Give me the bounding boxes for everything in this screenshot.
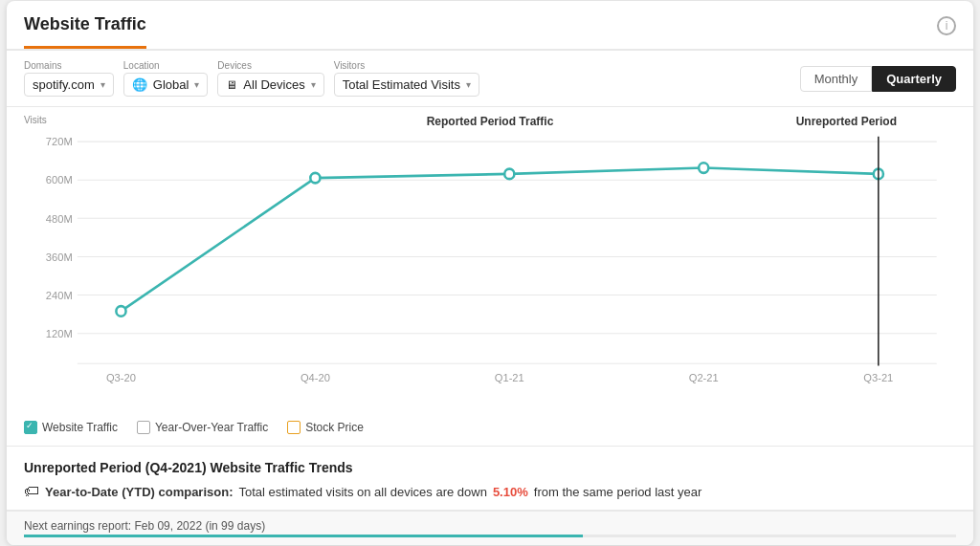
chart-area: Visits Reported Period Traffic Unreporte…: [7, 107, 973, 413]
visitors-label: Visitors: [334, 60, 479, 71]
legend-stock-price[interactable]: Stock Price: [287, 421, 364, 434]
period-toggle: Monthly Quarterly: [800, 66, 956, 92]
svg-text:Q1-21: Q1-21: [495, 372, 524, 383]
main-card: Website Traffic i Domains spotify.com ▾ …: [7, 1, 973, 545]
ytd-percentage: 5.10%: [493, 485, 528, 499]
legend-yoy-traffic[interactable]: Year-Over-Year Traffic: [137, 421, 268, 434]
devices-value: All Devices: [243, 77, 304, 92]
filters-row: Domains spotify.com ▾ Location 🌐 Global …: [7, 51, 973, 107]
location-filter: Location 🌐 Global ▾: [123, 60, 209, 97]
visitors-filter: Visitors Total Estimated Visits ▾: [334, 60, 479, 97]
svg-point-20: [504, 169, 514, 180]
svg-text:720M: 720M: [46, 136, 73, 147]
svg-text:600M: 600M: [46, 174, 73, 186]
unreported-period-label: Unreported Period: [796, 115, 897, 128]
domains-filter: Domains spotify.com ▾: [24, 60, 114, 97]
svg-text:Q4-20: Q4-20: [301, 372, 330, 383]
location-select[interactable]: 🌐 Global ▾: [123, 73, 209, 97]
visitors-value: Total Estimated Visits: [343, 77, 460, 92]
device-icon: 🖥: [226, 78, 237, 92]
scrollbar-indicator[interactable]: [24, 535, 956, 537]
footer-bar: Next earnings report: Feb 09, 2022 (in 9…: [7, 511, 973, 545]
domains-chevron-icon: ▾: [100, 79, 105, 90]
page-title: Website Traffic: [24, 14, 146, 49]
svg-text:480M: 480M: [46, 212, 73, 224]
legend-stock-checkbox[interactable]: [287, 421, 301, 434]
legend-website-traffic-label: Website Traffic: [42, 421, 118, 434]
info-icon[interactable]: i: [937, 16, 956, 35]
svg-text:Q3-21: Q3-21: [863, 372, 893, 383]
visitors-chevron-icon: ▾: [466, 79, 471, 90]
domains-label: Domains: [24, 60, 114, 71]
location-label: Location: [123, 60, 209, 71]
devices-label: Devices: [217, 60, 323, 71]
svg-point-19: [310, 173, 320, 184]
legend-yoy-checkbox[interactable]: [137, 421, 150, 434]
svg-point-18: [116, 306, 125, 317]
visitors-select[interactable]: Total Estimated Visits ▾: [334, 73, 479, 97]
legend-stock-label: Stock Price: [305, 421, 364, 434]
legend-website-traffic-checkbox[interactable]: [24, 421, 37, 434]
devices-chevron-icon: ▾: [311, 79, 316, 90]
svg-text:360M: 360M: [46, 251, 73, 262]
svg-point-21: [699, 163, 708, 173]
svg-text:Q3-20: Q3-20: [106, 372, 136, 383]
location-value: Global: [153, 77, 189, 92]
ytd-suffix: from the same period last year: [534, 485, 702, 499]
chart-svg: 720M 600M 480M 360M 240M 120M Q3-20 Q4-2…: [24, 121, 956, 394]
legend-website-traffic[interactable]: Website Traffic: [24, 421, 118, 434]
globe-icon: 🌐: [132, 77, 147, 92]
ytd-icon: 🏷: [24, 483, 39, 500]
card-header: Website Traffic i: [7, 1, 973, 51]
devices-filter: Devices 🖥 All Devices ▾: [217, 60, 323, 97]
ytd-bold: Year-to-Date (YTD) comparison:: [45, 485, 233, 499]
reported-period-label: Reported Period Traffic: [427, 115, 554, 128]
quarterly-button[interactable]: Quarterly: [872, 66, 956, 92]
svg-text:240M: 240M: [46, 290, 73, 301]
domains-select[interactable]: spotify.com ▾: [24, 73, 114, 97]
unreported-title: Unreported Period (Q4-2021) Website Traf…: [24, 460, 956, 475]
svg-text:120M: 120M: [46, 328, 73, 339]
ytd-text: Total estimated visits on all devices ar…: [238, 485, 486, 499]
location-chevron-icon: ▾: [194, 79, 199, 90]
ytd-row: 🏷 Year-to-Date (YTD) comparison: Total e…: [24, 483, 956, 500]
chart-svg-container: 720M 600M 480M 360M 240M 120M Q3-20 Q4-2…: [24, 121, 956, 394]
y-axis-label: Visits: [24, 115, 47, 125]
legend-row: Website Traffic Year-Over-Year Traffic S…: [7, 413, 973, 447]
svg-text:Q2-21: Q2-21: [689, 372, 719, 383]
unreported-section: Unreported Period (Q4-2021) Website Traf…: [7, 447, 973, 511]
devices-select[interactable]: 🖥 All Devices ▾: [217, 73, 323, 97]
legend-yoy-label: Year-Over-Year Traffic: [155, 421, 268, 434]
monthly-button[interactable]: Monthly: [800, 66, 873, 92]
domains-value: spotify.com: [33, 77, 95, 92]
earnings-report-text: Next earnings report: Feb 09, 2022 (in 9…: [24, 519, 265, 533]
